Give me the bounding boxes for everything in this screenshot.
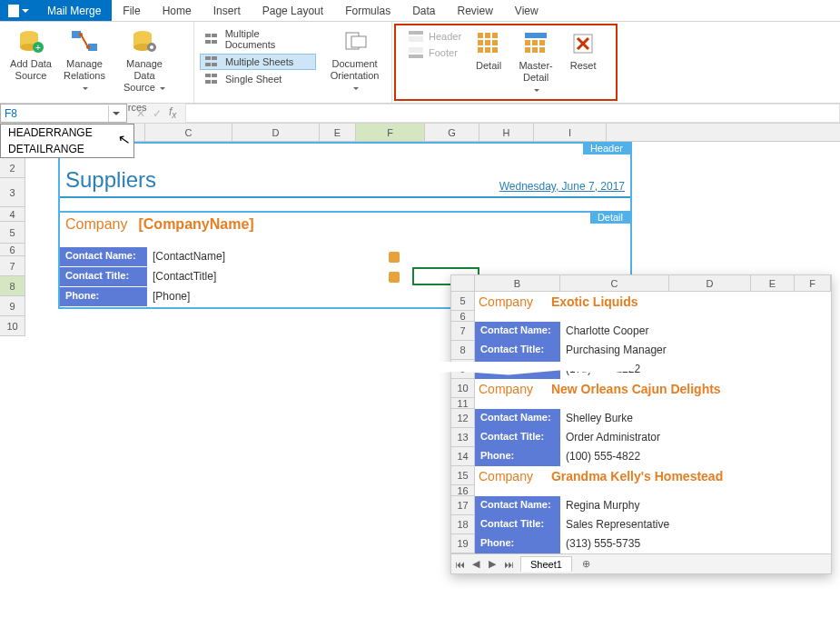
row-header[interactable]: 10 — [451, 379, 475, 398]
tab-mail-merge[interactable]: Mail Merge — [36, 0, 112, 21]
detail-button[interactable]: Detail — [469, 27, 509, 98]
manage-data-source-button[interactable]: Manage Data Source — [113, 25, 176, 96]
col-header[interactable]: F — [356, 124, 425, 141]
lock-icon — [389, 252, 400, 263]
col-header[interactable]: B — [475, 275, 560, 291]
col-header[interactable]: C — [560, 275, 669, 291]
tab-data[interactable]: Data — [401, 0, 446, 21]
fx-icon[interactable]: fx — [169, 105, 176, 120]
name-box-dropdown[interactable]: HEADERRANGE DETAILRANGE — [0, 124, 134, 158]
row-header[interactable]: 3 — [0, 178, 25, 207]
header-button[interactable]: Header — [403, 29, 467, 44]
row-header[interactable]: 17 — [451, 496, 475, 515]
row-header[interactable]: 7 — [0, 256, 25, 276]
sheet-nav-next[interactable]: ▶ — [484, 558, 500, 570]
col-header[interactable]: E — [320, 124, 356, 141]
formula-input[interactable] — [185, 104, 840, 123]
tab-home[interactable]: Home — [152, 0, 203, 21]
svg-point-7 — [79, 33, 83, 36]
sheet-tab[interactable]: Sheet1 — [520, 556, 572, 572]
tab-page-layout[interactable]: Page Layout — [252, 0, 334, 21]
row-header[interactable]: 8 — [0, 276, 25, 296]
tab-formulas[interactable]: Formulas — [334, 0, 401, 21]
multiple-documents-button[interactable]: Multiple Documents — [200, 25, 316, 53]
header-range-tag: Header — [583, 142, 630, 154]
field-label: Phone: — [475, 447, 560, 466]
multi-sheets-icon — [205, 56, 220, 67]
col-header[interactable]: D — [232, 124, 320, 141]
row-header[interactable]: 19 — [451, 534, 475, 553]
lock-icon — [389, 272, 400, 283]
svg-rect-30 — [525, 40, 530, 45]
col-header[interactable]: H — [479, 124, 534, 141]
manage-relations-button[interactable]: Manage Relations — [56, 25, 113, 96]
row-header[interactable]: 12 — [451, 409, 475, 428]
button-label: Document Orientation — [327, 58, 382, 95]
row-header[interactable]: 4 — [0, 207, 25, 222]
master-detail-button[interactable]: Master-Detail — [509, 27, 563, 98]
button-label: Multiple Sheets — [225, 56, 293, 67]
sheet-nav-first[interactable]: ⏮ — [451, 559, 468, 570]
field-label: Phone: — [60, 287, 147, 307]
button-label: Multiple Documents — [225, 28, 311, 50]
row-header[interactable]: 13 — [451, 428, 475, 447]
row-header[interactable]: 18 — [451, 515, 475, 534]
button-label: Detail — [476, 60, 501, 72]
col-header[interactable]: C — [145, 124, 232, 141]
col-header[interactable]: F — [795, 275, 831, 291]
col-header[interactable]: I — [534, 124, 607, 141]
row-header[interactable]: 5 — [451, 292, 475, 311]
app-menu-button[interactable] — [0, 0, 36, 21]
row-header[interactable]: 7 — [451, 322, 475, 341]
row-header[interactable]: 8 — [451, 341, 475, 360]
document-icon — [8, 5, 19, 17]
reset-button[interactable]: Reset — [563, 27, 603, 98]
row-header[interactable]: 10 — [0, 316, 25, 336]
detail-icon — [474, 29, 503, 58]
footer-button[interactable]: Footer — [403, 45, 467, 60]
tab-file[interactable]: File — [112, 0, 151, 21]
name-box[interactable]: F8 — [0, 104, 127, 123]
svg-rect-20 — [478, 33, 483, 38]
chevron-down-icon — [22, 9, 29, 13]
field-label: Contact Title: — [60, 267, 147, 287]
row-header[interactable]: 15 — [451, 466, 475, 485]
field-placeholder: [ContactName] — [147, 247, 376, 267]
select-all-corner[interactable] — [451, 275, 475, 291]
document-orientation-button[interactable]: Document Orientation — [323, 25, 386, 96]
sheet-nav-last[interactable]: ⏭ — [500, 559, 517, 570]
tab-review[interactable]: Review — [447, 0, 504, 21]
svg-rect-25 — [492, 40, 498, 45]
add-sheet-button[interactable]: ⊕ — [578, 558, 596, 570]
multiple-sheets-button[interactable]: Multiple Sheets — [200, 54, 316, 70]
name-box-dropdown-button[interactable] — [108, 105, 123, 122]
row-header[interactable]: 5 — [0, 222, 25, 244]
company-name: Grandma Kelly's Homestead — [551, 469, 723, 483]
col-header[interactable]: G — [425, 124, 479, 141]
page-title: Suppliers — [65, 167, 156, 193]
dropdown-item-detailrange[interactable]: DETAILRANGE — [1, 141, 133, 157]
row-header[interactable]: 6 — [0, 244, 25, 256]
row-header[interactable]: 9 — [0, 296, 25, 316]
col-header[interactable]: E — [751, 275, 795, 291]
tab-view[interactable]: View — [504, 0, 549, 21]
add-data-source-button[interactable]: + Add Data Source — [5, 25, 56, 84]
row-header[interactable]: 6 — [451, 311, 475, 322]
field-label: Contact Title: — [475, 341, 560, 360]
tab-insert[interactable]: Insert — [203, 0, 252, 21]
row-header[interactable]: 2 — [0, 158, 25, 178]
col-header[interactable]: D — [669, 275, 751, 291]
sheet-nav-prev[interactable]: ◀ — [468, 558, 484, 570]
chevron-down-icon — [83, 87, 88, 90]
button-label: Manage Relations — [60, 58, 109, 95]
single-sheet-button[interactable]: Single Sheet — [200, 71, 316, 87]
row-header[interactable]: 14 — [451, 447, 475, 466]
chevron-down-icon — [353, 87, 359, 90]
cancel-formula-icon[interactable]: ✕ — [136, 107, 145, 120]
dropdown-item-headerrange[interactable]: HEADERRANGE — [1, 125, 133, 141]
svg-rect-15 — [351, 36, 366, 47]
row-header[interactable]: 16 — [451, 485, 475, 496]
relations-icon — [70, 27, 99, 56]
accept-formula-icon[interactable]: ✓ — [153, 107, 162, 120]
row-header[interactable]: 11 — [451, 398, 475, 409]
